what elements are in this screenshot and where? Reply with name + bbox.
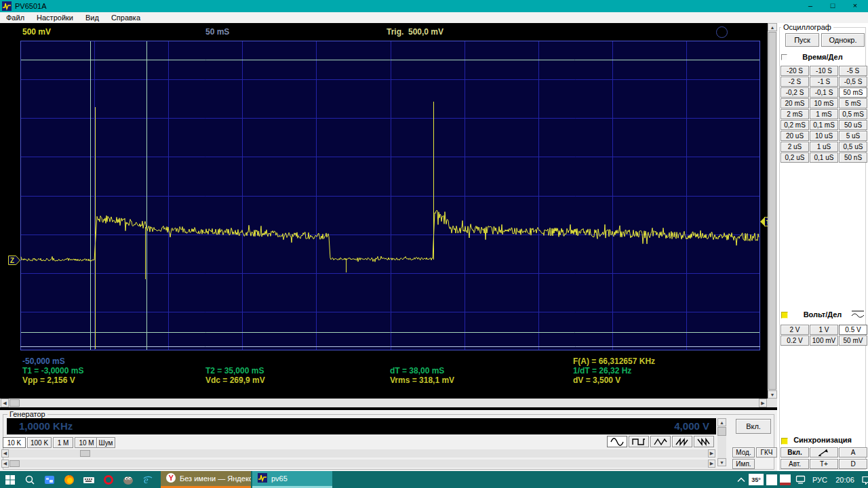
time-div-button-1-ms[interactable]: 1 mS — [810, 109, 838, 119]
amp-slider-right-arrow[interactable]: ▶ — [708, 460, 715, 468]
range-button-10-k[interactable]: 10 K — [3, 437, 26, 448]
time-div-button-0-1-s[interactable]: -0,1 S — [810, 87, 838, 98]
volt-div-button-50-mv[interactable]: 50 mV — [839, 336, 867, 346]
ramp-up-waveform-button[interactable] — [672, 436, 692, 447]
amp-slider-left-arrow[interactable]: ◀ — [1, 460, 9, 468]
scope-h-scrollbar[interactable]: ◀ ▶ — [0, 399, 768, 407]
menu-view[interactable]: Вид — [79, 14, 105, 22]
run-button[interactable]: Пуск — [785, 33, 819, 47]
time-div-button-0-2-us[interactable]: 0,2 uS — [781, 152, 809, 163]
freq-slider-left-arrow[interactable]: ◀ — [1, 449, 9, 458]
time-div-button-10-us[interactable]: 10 uS — [810, 131, 838, 141]
tray-app-icon-2[interactable] — [780, 474, 791, 485]
time-div-button-50-ms[interactable]: 50 mS — [839, 87, 867, 98]
time-div-button-10-ms[interactable]: 10 mS — [810, 98, 838, 108]
time-div-button-0-1-us[interactable]: 0,1 uS — [810, 152, 838, 163]
time-div-button-20-s[interactable]: -20 S — [781, 66, 809, 76]
volt-div-button-2-v[interactable]: 2 V — [781, 325, 809, 335]
notification-center-icon[interactable] — [860, 471, 868, 488]
time-div-button-1-us[interactable]: 1 uS — [810, 142, 838, 152]
volt-div-button-0-5-v[interactable]: 0.5 V — [839, 325, 867, 335]
v-scroll-thumb[interactable] — [768, 32, 776, 390]
freq-slider-right-arrow[interactable]: ▶ — [708, 449, 715, 458]
square-waveform-button[interactable] — [629, 436, 649, 447]
time-div-button-20-ms[interactable]: 20 mS — [781, 98, 809, 108]
network-icon[interactable] — [793, 471, 807, 488]
gimp-icon[interactable] — [118, 471, 138, 488]
time-div-button-0-5-s[interactable]: -0,5 S — [839, 77, 867, 87]
sync-d-button[interactable]: D — [839, 459, 867, 469]
sweep-button[interactable]: ГКЧ — [756, 447, 777, 458]
menu-file[interactable]: Файл — [0, 14, 31, 22]
search-icon[interactable] — [20, 471, 39, 488]
time-div-button-0-5-us[interactable]: 0,5 uS — [839, 142, 867, 152]
spinner-down-arrow[interactable]: ▼ — [717, 458, 726, 466]
time-div-button-2-ms[interactable]: 2 mS — [781, 109, 809, 119]
range-button-1-m[interactable]: 1 M — [53, 437, 73, 448]
menu-settings[interactable]: Настройки — [31, 14, 79, 22]
range-button-10-m[interactable]: 10 M — [75, 437, 98, 448]
time-div-button-20-us[interactable]: 20 uS — [781, 131, 809, 141]
sync-source-a-button[interactable]: A — [839, 447, 867, 458]
time-div-button-5-s[interactable]: -5 S — [839, 66, 867, 76]
volt-div-button-1-v[interactable]: 1 V — [810, 325, 838, 335]
time-div-button-0-2-ms[interactable]: 0,2 mS — [781, 120, 809, 130]
time-div-button-0-5-ms[interactable]: 0,5 mS — [839, 109, 867, 119]
scroll-left-arrow[interactable]: ◀ — [1, 399, 9, 407]
close-button[interactable]: × — [849, 1, 861, 11]
modulation-button[interactable]: Мод. — [732, 447, 755, 458]
opera-icon[interactable] — [98, 471, 118, 488]
sync-auto-button[interactable]: Авт. — [781, 459, 809, 469]
range-button-100-k[interactable]: 100 K — [27, 437, 52, 448]
internet-explorer-icon[interactable]: e — [138, 471, 157, 488]
pulse-button[interactable]: Имп. — [732, 459, 755, 469]
triangle-waveform-button[interactable] — [650, 436, 671, 447]
spinner-up-arrow[interactable]: ▲ — [717, 418, 726, 426]
volt-div-button-100-mv[interactable]: 100 mV — [810, 336, 838, 346]
language-indicator[interactable]: РУС — [810, 471, 830, 488]
maximize-button[interactable]: □ — [827, 1, 839, 11]
clock[interactable]: 20:06 — [833, 471, 857, 488]
start-icon[interactable] — [0, 471, 20, 488]
time-div-button-10-s[interactable]: -10 S — [810, 66, 838, 76]
tray-app-icon-1[interactable] — [766, 474, 777, 485]
ramp-down-waveform-button[interactable] — [694, 436, 714, 447]
scope-v-scrollbar[interactable]: ▲ ▼ — [768, 23, 777, 399]
volt-div-button-0-2-v[interactable]: 0.2 V — [781, 336, 809, 346]
ac-waveform-icon[interactable] — [850, 309, 865, 321]
time-div-button-2-us[interactable]: 2 uS — [781, 142, 809, 152]
amplitude-slider[interactable]: ◀ ▶ — [1, 460, 715, 468]
scope-display[interactable] — [20, 41, 760, 350]
sync-tplus-button[interactable]: T+ — [810, 459, 838, 469]
time-div-button-1-s[interactable]: -1 S — [810, 77, 838, 87]
amplitude-spinner[interactable]: ▲ ▼ — [717, 418, 726, 466]
scroll-down-arrow[interactable]: ▼ — [768, 390, 777, 399]
sync-on-button[interactable]: Вкл. — [781, 447, 809, 458]
time-div-button-5-ms[interactable]: 5 mS — [839, 98, 867, 108]
time-div-button-0-1-ms[interactable]: 0,1 mS — [810, 120, 838, 130]
task-button-yandex[interactable]: Y Без имени — Яндекс... — [161, 471, 251, 488]
time-div-button-50-ns[interactable]: 50 nS — [839, 152, 867, 163]
app-blue-icon[interactable] — [39, 471, 59, 488]
freq-slider-thumb[interactable] — [80, 450, 90, 457]
scroll-right-arrow[interactable]: ▶ — [759, 399, 767, 407]
amp-slider-thumb[interactable] — [9, 460, 20, 467]
minimize-button[interactable]: – — [804, 1, 816, 11]
firefox-icon[interactable] — [59, 471, 79, 488]
noise-button[interactable]: Шум — [96, 437, 115, 448]
weather-tray-icon[interactable]: 35° — [749, 474, 764, 485]
task-button-pv65[interactable]: pv65 — [252, 471, 332, 488]
sine-waveform-button[interactable] — [607, 436, 627, 447]
spinner-thumb[interactable] — [717, 427, 726, 436]
time-div-button-5-us[interactable]: 5 uS — [839, 131, 867, 141]
time-div-button-50-us[interactable]: 50 uS — [839, 120, 867, 130]
tray-expand-chevron-icon[interactable] — [736, 471, 746, 488]
generator-power-button[interactable]: Вкл. — [736, 419, 771, 434]
time-div-button-0-2-s[interactable]: -0,2 S — [781, 87, 809, 98]
on-screen-keyboard-icon[interactable] — [79, 471, 98, 488]
menu-help[interactable]: Справка — [105, 14, 146, 22]
zero-marker[interactable]: Z — [8, 255, 21, 268]
sync-slope-button[interactable] — [810, 447, 838, 458]
single-shot-button[interactable]: Однокр. — [821, 33, 865, 47]
h-scroll-thumb[interactable] — [9, 399, 20, 407]
